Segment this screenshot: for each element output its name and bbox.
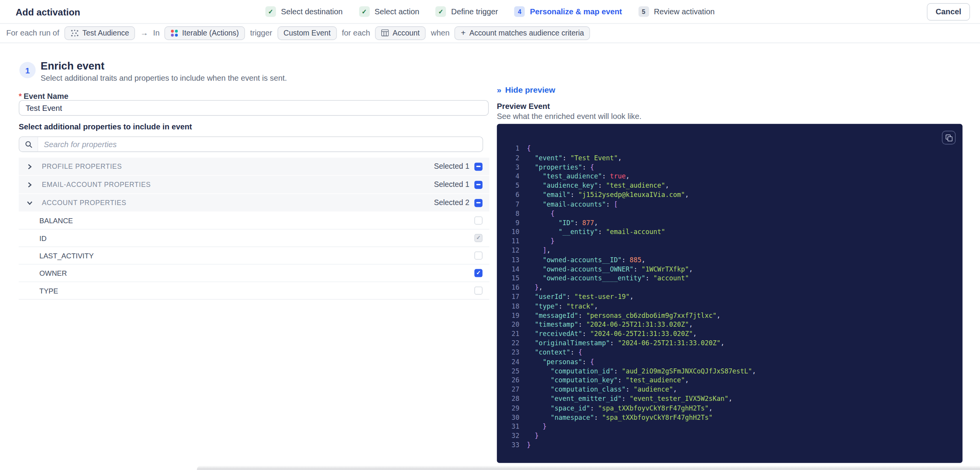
preview-title: Preview Event	[497, 102, 550, 111]
code-line: 17 "userId": "test-user-19",	[497, 292, 963, 301]
property-row-last-activity[interactable]: LAST_ACTIVITY	[19, 247, 490, 265]
chevron-right-icon	[26, 164, 32, 170]
code-line: 11 }	[497, 237, 963, 246]
minus-icon	[476, 166, 480, 167]
minus-icon	[476, 202, 480, 203]
property-label: BALANCE	[39, 217, 73, 224]
criteria-chip[interactable]: + Account matches audience criteria	[455, 26, 590, 40]
step-label: Select destination	[281, 7, 343, 16]
code-line: 18 "type": "track",	[497, 301, 963, 311]
destination-chip[interactable]: Iterable (Actions)	[165, 26, 245, 40]
group-checkbox-indeterminate[interactable]	[475, 162, 483, 170]
search-icon-box	[19, 137, 38, 151]
entity-chip[interactable]: Account	[375, 26, 426, 40]
copy-icon	[945, 134, 952, 141]
selected-count: Selected 1	[434, 162, 470, 171]
code-line: 28 "event_emitter_id": "event_tester_IVX…	[497, 394, 963, 403]
context-in-label: In	[153, 29, 160, 37]
property-label: TYPE	[39, 287, 58, 294]
add-activation-page: Add activation ✓ Select destination ✓ Se…	[0, 0, 980, 470]
stepper: ✓ Select destination ✓ Select action ✓ D…	[265, 0, 715, 23]
context-prefix: For each run of	[6, 29, 59, 37]
property-group-account[interactable]: ACCOUNT PROPERTIES Selected 2	[19, 194, 490, 211]
property-group-profile[interactable]: PROFILE PROPERTIES Selected 1	[19, 158, 490, 175]
selected-count: Selected 1	[434, 180, 470, 189]
code-line: 16 },	[497, 283, 963, 292]
property-label: LAST_ACTIVITY	[39, 252, 94, 259]
audience-chip-label: Test Audience	[82, 29, 129, 37]
code-line: 12 ],	[497, 246, 963, 255]
criteria-chip-label: Account matches audience criteria	[469, 29, 584, 37]
code-line: 31 }	[497, 422, 963, 431]
code-line: 4 "test_audience": true,	[497, 172, 963, 181]
code-line: 22 "originalTimestamp": "2024-06-25T21:3…	[497, 338, 963, 348]
property-row-balance[interactable]: BALANCE	[19, 212, 490, 229]
step-label: Review activation	[654, 7, 715, 16]
property-row-type[interactable]: TYPE	[19, 282, 490, 300]
property-group-email-account[interactable]: EMAIL-ACCOUNT PROPERTIES Selected 1	[19, 176, 490, 193]
code-line: 32 }	[497, 431, 963, 440]
code-lines: 1{2 "event": "Test Event",3 "properties"…	[497, 144, 963, 450]
event-type-chip[interactable]: Custom Event	[277, 26, 337, 40]
copy-button[interactable]	[942, 131, 956, 145]
plus-icon: +	[461, 29, 465, 37]
checkbox-checked-disabled: ✓	[475, 234, 483, 242]
property-row-owner[interactable]: OWNER ✓	[19, 265, 490, 282]
code-line: 29 "space_id": "spa_tXXbfoyvCkY8rF47ghH2…	[497, 403, 963, 412]
bottom-edge-shadow	[197, 466, 980, 470]
iterable-logo-icon	[171, 29, 178, 36]
code-line: 2 "event": "Test Event",	[497, 153, 963, 163]
code-line: 33}	[497, 440, 963, 450]
property-group-label: EMAIL-ACCOUNT PROPERTIES	[42, 181, 151, 188]
step-label: Personalize & map event	[530, 7, 622, 16]
event-type-chip-label: Custom Event	[284, 29, 331, 37]
arrow-right-icon: →	[140, 29, 148, 37]
code-line: 9 "ID": 877,	[497, 218, 963, 227]
property-label: OWNER	[39, 269, 67, 277]
double-chevron-right-icon: »	[497, 86, 502, 94]
code-line: 13 "owned-accounts__ID": 885,	[497, 255, 963, 265]
code-line: 14 "owned-accounts__OWNER": "1WCWrTXfkp"…	[497, 265, 963, 274]
step-done-check-icon: ✓	[265, 6, 276, 17]
step-done-check-icon: ✓	[436, 6, 446, 17]
step-number-badge: 4	[514, 6, 525, 17]
step-select-action[interactable]: ✓ Select action	[359, 6, 419, 17]
code-line: 30 "namespace": "spa_tXXbfoyvCkY8rF47ghH…	[497, 412, 963, 422]
step-personalize-map-event[interactable]: 4 Personalize & map event	[514, 6, 622, 17]
section-title: Enrich event	[41, 60, 104, 73]
checkbox-checked[interactable]: ✓	[475, 269, 483, 277]
code-line: 23 "context": {	[497, 348, 963, 357]
audience-chip[interactable]: Test Audience	[64, 26, 135, 40]
check-icon: ✓	[476, 235, 481, 241]
event-preview-code-panel: 1{2 "event": "Test Event",3 "properties"…	[497, 124, 963, 463]
chevron-down-icon	[26, 200, 32, 206]
event-name-field[interactable]	[19, 100, 489, 115]
checkbox-unchecked[interactable]	[475, 216, 483, 224]
step-define-trigger[interactable]: ✓ Define trigger	[436, 6, 498, 17]
code-line: 20 "timestamp": "2024-06-25T21:31:33.020…	[497, 320, 963, 329]
cancel-button[interactable]: Cancel	[927, 3, 970, 20]
checkbox-unchecked[interactable]	[475, 251, 483, 260]
selected-count: Selected 2	[434, 199, 470, 207]
section-subtitle: Select additional traits and properties …	[41, 74, 287, 83]
table-icon	[381, 29, 389, 36]
step-review-activation[interactable]: 5 Review activation	[638, 6, 715, 17]
property-group-label: PROFILE PROPERTIES	[42, 163, 122, 170]
hide-preview-link[interactable]: » Hide preview	[497, 85, 555, 94]
property-row-id[interactable]: ID ✓	[19, 230, 490, 247]
code-line: 8 {	[497, 209, 963, 218]
group-checkbox-indeterminate[interactable]	[475, 199, 483, 207]
context-when-label: when	[431, 29, 449, 37]
code-line: 26 "computation_key": "test_audience",	[497, 375, 963, 385]
search-input[interactable]	[38, 137, 483, 151]
hide-preview-label: Hide preview	[505, 85, 555, 94]
step-select-destination[interactable]: ✓ Select destination	[265, 6, 343, 17]
trigger-summary-bar: For each run of Test Audience → In Itera…	[0, 23, 980, 43]
audience-icon	[71, 29, 79, 36]
property-label: ID	[39, 234, 47, 242]
event-name-label: *Event Name	[19, 92, 69, 101]
property-list: PROFILE PROPERTIES Selected 1 EMAIL-ACCO…	[19, 158, 490, 300]
group-checkbox-indeterminate[interactable]	[475, 180, 483, 188]
code-line: 7 "email-accounts": [	[497, 200, 963, 209]
checkbox-unchecked[interactable]	[475, 287, 483, 295]
